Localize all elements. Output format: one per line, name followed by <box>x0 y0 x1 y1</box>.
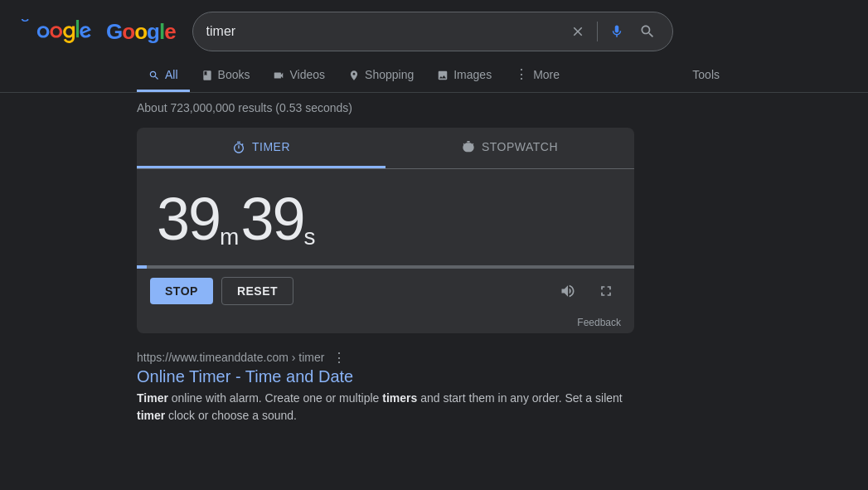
fullscreen-button[interactable] <box>591 279 621 303</box>
videos-tab-icon <box>273 68 284 81</box>
results-count-text: About 723,000,000 results (0.53 seconds) <box>137 101 352 114</box>
search-bar: timer <box>192 12 673 51</box>
tab-videos-label: Videos <box>289 68 325 81</box>
timer-seconds-unit: s <box>304 224 314 250</box>
result-desc-em2: timers <box>382 391 417 405</box>
close-icon <box>570 24 585 39</box>
tab-all-label: All <box>165 68 178 81</box>
result-url-row: https://www.timeanddate.com › timer ⋮ <box>137 350 731 366</box>
result-title-text: Online Timer - Time and Date <box>137 367 353 386</box>
result-description: Timer online with alarm. Create one or m… <box>137 390 634 425</box>
tab-shopping-label: Shopping <box>365 68 414 81</box>
tab-videos[interactable]: Videos <box>261 60 337 92</box>
google-logo: G <box>17 19 93 44</box>
tab-images-label: Images <box>453 68 492 81</box>
result-desc-text3: clock or choose a sound. <box>165 409 297 422</box>
voice-search-button[interactable] <box>606 19 628 44</box>
tab-all[interactable]: All <box>137 60 190 92</box>
sound-button[interactable] <box>553 279 583 303</box>
feedback-row: Feedback <box>137 313 634 333</box>
microphone-icon <box>609 22 624 41</box>
timer-minutes: 39 <box>157 186 220 252</box>
stopwatch-tab-icon <box>462 139 475 153</box>
timer-minutes-unit: m <box>220 224 237 250</box>
google-logo-text: Google <box>106 19 176 45</box>
fullscreen-icon <box>598 283 614 299</box>
books-tab-icon <box>201 68 213 81</box>
result-desc-text1: online with alarm. Create one or multipl… <box>168 391 382 405</box>
timer-tab-icon <box>232 139 245 153</box>
more-tab-icon: ⋮ <box>515 68 528 81</box>
progress-bar-container <box>137 265 634 269</box>
tab-books-label: Books <box>218 68 250 81</box>
progress-bar-fill <box>137 265 147 269</box>
sound-icon <box>560 283 576 299</box>
result-title-link[interactable]: Online Timer - Time and Date <box>137 367 731 386</box>
search-result-item: https://www.timeanddate.com › timer ⋮ On… <box>0 343 868 431</box>
tab-books[interactable]: Books <box>190 60 262 92</box>
header: G Google timer <box>0 0 868 60</box>
timer-controls: STOP RESET <box>137 269 634 313</box>
timer-display: 39m39s <box>137 169 634 257</box>
search-button[interactable] <box>636 20 659 43</box>
stop-button[interactable]: STOP <box>150 278 213 304</box>
widget-tabs: TIMER STOPWATCH <box>137 128 634 168</box>
feedback-label: Feedback <box>577 317 621 328</box>
widget-tab-timer-label: TIMER <box>252 140 290 153</box>
reset-button[interactable]: RESET <box>221 277 293 305</box>
nav-tabs: All Books Videos Shopping Images ⋮ More … <box>0 60 868 93</box>
tab-shopping[interactable]: Shopping <box>337 60 425 92</box>
tab-tools-label: Tools <box>692 68 720 81</box>
search-tab-icon <box>148 68 160 81</box>
tab-more[interactable]: ⋮ More <box>503 60 571 92</box>
result-menu-button[interactable]: ⋮ <box>329 350 349 366</box>
widget-tab-stopwatch-label: STOPWATCH <box>482 140 558 153</box>
search-icon <box>639 23 656 40</box>
widget-tab-timer[interactable]: TIMER <box>137 128 386 167</box>
result-desc-em1: Timer <box>137 391 168 405</box>
timer-widget: TIMER STOPWATCH 39m39s STOP RESET <box>137 128 634 332</box>
result-url-text: https://www.timeanddate.com › timer <box>137 351 324 364</box>
tab-tools[interactable]: Tools <box>681 60 731 92</box>
result-desc-text2: and start them in any order. Set a silen… <box>417 391 622 405</box>
widget-tab-stopwatch[interactable]: STOPWATCH <box>386 128 634 167</box>
tab-more-label: More <box>533 68 560 81</box>
result-desc-em3: timer <box>137 409 165 422</box>
timer-time: 39m39s <box>157 189 614 249</box>
images-tab-icon <box>437 68 449 81</box>
feedback-link[interactable]: Feedback <box>577 317 621 328</box>
results-count: About 723,000,000 results (0.53 seconds) <box>0 93 868 121</box>
svg-text:G: G <box>21 19 29 24</box>
shopping-tab-icon <box>348 68 360 81</box>
search-input[interactable]: timer <box>206 24 559 39</box>
clear-search-button[interactable] <box>567 21 589 42</box>
tab-images[interactable]: Images <box>425 60 503 92</box>
search-divider <box>597 22 598 41</box>
timer-seconds: 39 <box>240 186 303 252</box>
